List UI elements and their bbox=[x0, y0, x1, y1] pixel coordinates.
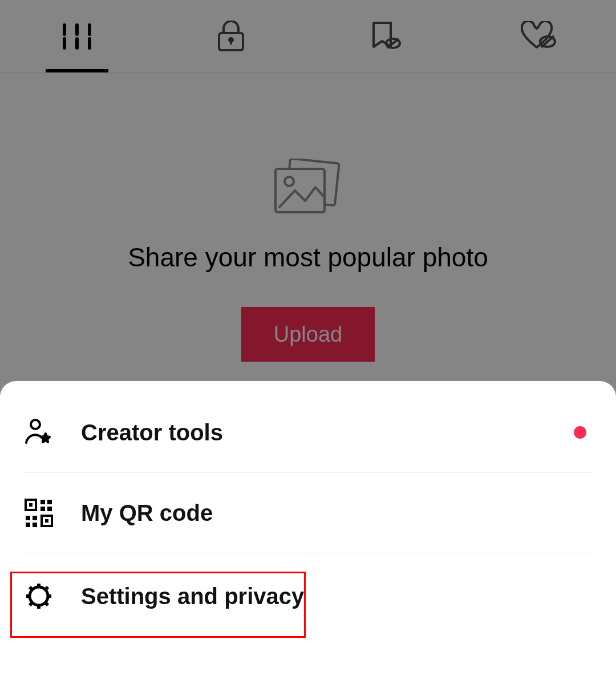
svg-rect-19 bbox=[40, 500, 45, 504]
svg-rect-22 bbox=[47, 507, 52, 511]
menu-label: Creator tools bbox=[81, 420, 223, 446]
svg-point-16 bbox=[31, 420, 40, 429]
menu-item-qr-code[interactable]: My QR code bbox=[0, 473, 616, 553]
svg-line-35 bbox=[46, 603, 48, 605]
svg-point-29 bbox=[30, 587, 48, 605]
svg-rect-26 bbox=[33, 523, 37, 527]
svg-rect-23 bbox=[26, 516, 30, 520]
bottom-sheet-menu: Creator tools bbox=[0, 381, 616, 680]
menu-label: My QR code bbox=[81, 500, 213, 526]
creator-tools-icon bbox=[24, 418, 54, 447]
svg-rect-20 bbox=[47, 500, 52, 504]
svg-rect-25 bbox=[26, 523, 30, 527]
svg-rect-28 bbox=[45, 519, 48, 523]
menu-item-settings-privacy[interactable]: Settings and privacy bbox=[0, 553, 616, 639]
svg-line-36 bbox=[30, 603, 32, 605]
svg-line-37 bbox=[46, 587, 48, 589]
qr-code-icon bbox=[24, 499, 54, 527]
settings-icon bbox=[24, 581, 54, 611]
svg-line-34 bbox=[30, 587, 32, 589]
svg-rect-18 bbox=[29, 503, 33, 507]
notification-dot bbox=[574, 426, 586, 439]
svg-rect-21 bbox=[40, 507, 45, 511]
menu-item-creator-tools[interactable]: Creator tools bbox=[0, 392, 616, 472]
menu-label: Settings and privacy bbox=[81, 584, 304, 609]
svg-rect-24 bbox=[33, 516, 37, 520]
